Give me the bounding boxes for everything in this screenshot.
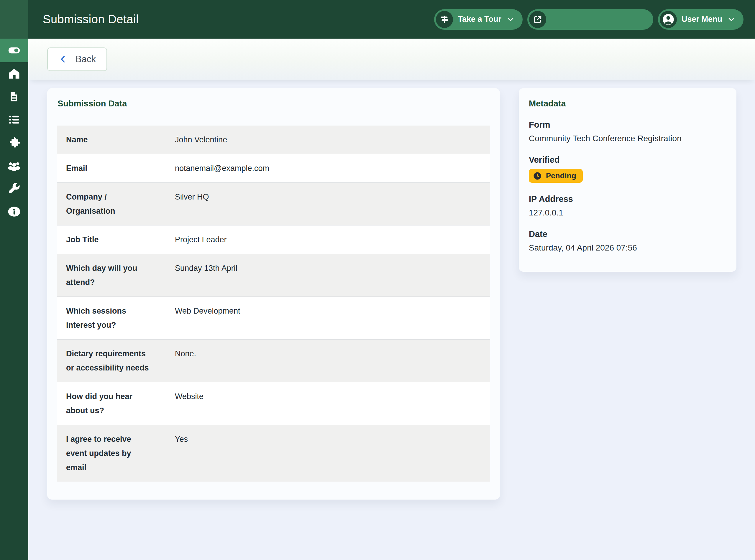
back-button-label: Back [76,54,96,64]
take-a-tour-button[interactable]: Take a Tour [434,9,523,30]
table-row: I agree to receive event updates by emai… [57,425,490,482]
field-label: Which sessions interest you? [57,304,175,332]
metadata-field: IP Address 127.0.0.1 [529,194,727,218]
metadata-field-label: IP Address [529,194,727,204]
users-icon [7,159,21,173]
field-label: How did you hear about us? [57,389,175,418]
submission-data-title: Submission Data [57,99,490,108]
document-icon [8,91,20,102]
metadata-title: Metadata [529,99,727,108]
external-link-icon [529,11,546,28]
field-value: Project Leader [175,233,490,247]
table-row: Name John Velentine [57,125,490,154]
clock-icon [533,172,542,180]
field-label: I agree to receive event updates by emai… [57,432,175,475]
chevron-down-icon [506,15,515,24]
status-badge: Pending [529,169,583,183]
field-value: Sunday 13th April [175,261,490,289]
metadata-field-value: Community Tech Conference Registration [529,134,727,143]
field-label: Which day will you attend? [57,261,175,289]
sidebar-item-tools[interactable] [0,177,28,200]
field-value: notanemail@example.com [175,161,490,175]
field-value: Silver HQ [175,190,490,218]
metadata-field-label: Date [529,229,727,239]
table-row: Email notanemail@example.com [57,154,490,182]
metadata-field-value: Saturday, 04 April 2026 07:56 [529,243,727,253]
chevron-down-icon [727,15,736,24]
metadata-fields: Form Community Tech Conference Registrat… [529,120,727,253]
table-row: Which day will you attend? Sunday 13th A… [57,254,490,297]
list-icon [8,114,20,126]
metadata-field-label: Form [529,120,727,130]
sidebar-item-plugins[interactable] [0,131,28,154]
page-title: Submission Detail [43,13,139,26]
top-bar-actions: Take a Tour [434,9,743,30]
table-row: Job Title Project Leader [57,225,490,254]
main-content: Back Submission Data Name John Velentine… [28,39,755,560]
table-row: Dietary requirements or accessibility ne… [57,339,490,382]
sidebar-item-users[interactable] [0,154,28,177]
field-label: Job Title [57,233,175,247]
info-icon [7,205,21,218]
user-circle-icon [660,11,677,28]
user-menu-button[interactable]: User Menu [658,9,743,30]
wrench-icon [8,182,20,195]
field-label: Email [57,161,175,175]
table-row: Company / Organisation Silver HQ [57,182,490,225]
user-menu-label: User Menu [681,15,722,24]
signpost-icon [436,11,453,28]
submission-data-card: Submission Data Name John Velentine Emai… [47,88,500,500]
status-badge-label: Pending [546,171,576,180]
metadata-field: Form Community Tech Conference Registrat… [529,120,727,143]
sidebar-item-info[interactable] [0,200,28,223]
field-value: None. [175,347,490,375]
table-row: Which sessions interest you? Web Develop… [57,297,490,339]
field-label: Dietary requirements or accessibility ne… [57,347,175,375]
take-a-tour-label: Take a Tour [458,15,501,24]
sidebar-item-home[interactable] [0,62,28,85]
metadata-card: Metadata Form Community Tech Conference … [519,88,736,272]
home-icon [8,67,20,80]
sidebar-nav [0,39,28,560]
table-row: How did you hear about us? Website [57,382,490,425]
metadata-field-value: 127.0.0.1 [529,208,727,218]
metadata-field: Date Saturday, 04 April 2026 07:56 [529,229,727,253]
field-value: Website [175,389,490,418]
sidebar-item-list[interactable] [0,108,28,131]
top-bar: Submission Detail Take a Tour [28,0,755,39]
page-actions-strip: Back [28,39,755,80]
field-value: Web Development [175,304,490,332]
submission-table: Name John Velentine Email notanemail@exa… [57,125,490,482]
sidebar-logo-block [0,0,28,39]
app-window: Submission Detail Take a Tour [0,0,755,560]
open-site-button[interactable] [527,9,653,30]
field-label: Company / Organisation [57,190,175,218]
field-value: Yes [175,432,490,475]
content-columns: Submission Data Name John Velentine Emai… [28,80,755,500]
sidebar-item-toggle[interactable] [0,39,28,62]
puzzle-icon [8,137,20,149]
back-button[interactable]: Back [47,47,107,71]
toggle-icon [8,44,21,57]
metadata-field: Verified Pending [529,155,727,183]
field-label: Name [57,133,175,147]
field-value: John Velentine [175,133,490,147]
chevron-left-icon [58,55,68,64]
metadata-field-label: Verified [529,155,727,165]
sidebar-item-documents[interactable] [0,85,28,108]
